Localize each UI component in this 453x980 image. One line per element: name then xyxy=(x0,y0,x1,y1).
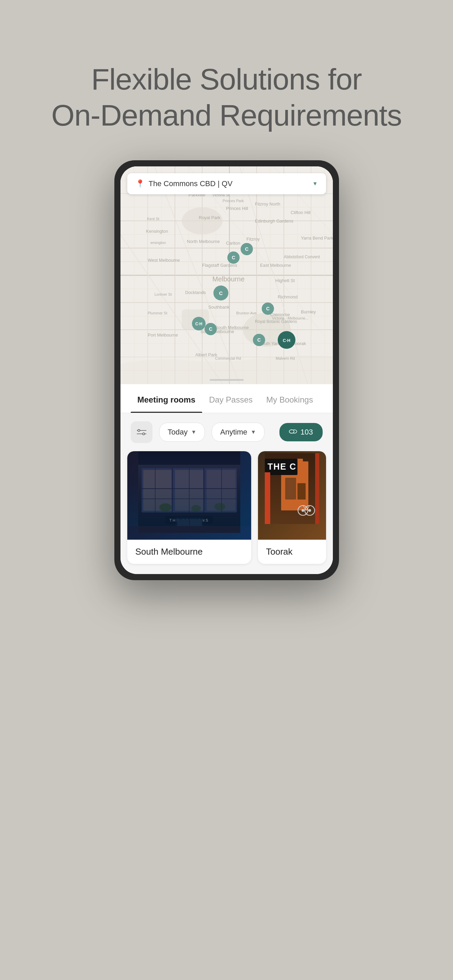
map-search-bar[interactable]: 📍 The Commons CBD | QV ▼ xyxy=(127,173,326,194)
svg-text:Malvern Rd: Malvern Rd xyxy=(276,356,295,360)
cards-section: THE COMMONS South Melbourne xyxy=(121,451,333,574)
svg-text:C: C xyxy=(209,326,212,332)
card-south-mel-image: THE COMMONS xyxy=(127,451,251,540)
time-filter-dropdown[interactable]: Anytime ▼ xyxy=(212,423,264,442)
svg-point-122 xyxy=(159,503,172,511)
svg-text:emington: emington xyxy=(151,240,166,245)
card-toorak[interactable]: THE C xyxy=(258,451,326,564)
svg-text:Docklands: Docklands xyxy=(185,290,206,295)
svg-text:C: C xyxy=(257,337,261,343)
headline-section: Flexible Solutions for On-Demand Require… xyxy=(51,0,402,133)
card-south-melbourne[interactable]: THE COMMONS South Melbourne xyxy=(127,451,251,564)
tab-meeting-rooms[interactable]: Meeting rooms xyxy=(131,384,202,413)
svg-text:C: C xyxy=(219,290,223,296)
svg-text:Princes Hill: Princes Hill xyxy=(226,206,248,211)
svg-point-141 xyxy=(308,509,311,512)
tabs-row: Meeting rooms Day Passes My Bookings xyxy=(131,384,323,413)
page-background: Flexible Solutions for On-Demand Require… xyxy=(0,0,453,980)
svg-text:Kensington: Kensington xyxy=(146,229,168,234)
svg-text:Commercial Rd: Commercial Rd xyxy=(215,356,241,360)
svg-rect-130 xyxy=(138,526,240,533)
svg-text:C·H: C·H xyxy=(195,321,202,326)
svg-text:South Melbourne: South Melbourne xyxy=(215,325,249,330)
date-dropdown-arrow: ▼ xyxy=(191,429,196,435)
credits-button[interactable]: 103 xyxy=(280,423,323,441)
svg-text:Clifton Hill: Clifton Hill xyxy=(291,210,311,215)
svg-text:C: C xyxy=(245,247,248,252)
filter-bar: Today ▼ Anytime ▼ 103 xyxy=(121,413,333,451)
time-dropdown-arrow: ▼ xyxy=(251,429,256,435)
svg-rect-137 xyxy=(297,483,306,500)
svg-rect-109 xyxy=(138,451,240,533)
search-dropdown-icon[interactable]: ▼ xyxy=(312,181,318,187)
location-pin-icon: 📍 xyxy=(135,179,145,188)
svg-text:Kent St: Kent St xyxy=(147,217,159,221)
svg-rect-98 xyxy=(210,379,244,381)
svg-point-100 xyxy=(143,433,145,435)
svg-point-37 xyxy=(182,207,223,234)
svg-text:Royal Park: Royal Park xyxy=(199,215,221,220)
date-filter-dropdown[interactable]: Today ▼ xyxy=(159,423,205,442)
svg-text:Port Melbourne: Port Melbourne xyxy=(148,332,178,337)
svg-text:Cremorne: Cremorne xyxy=(270,312,290,317)
svg-text:Carlton: Carlton xyxy=(226,240,240,246)
svg-point-123 xyxy=(191,505,201,512)
svg-text:Fitzroy North: Fitzroy North xyxy=(255,202,280,207)
svg-text:Burnley: Burnley xyxy=(301,309,316,314)
svg-text:C: C xyxy=(231,255,235,260)
svg-rect-125 xyxy=(165,516,213,524)
svg-text:Plummer St: Plummer St xyxy=(148,311,167,315)
search-location-text: The Commons CBD | QV xyxy=(149,179,308,188)
svg-rect-114 xyxy=(207,470,235,511)
svg-text:Princes Park: Princes Park xyxy=(223,199,244,203)
credits-count: 103 xyxy=(300,428,313,437)
svg-text:Abbotsford Convent: Abbotsford Convent xyxy=(284,255,320,259)
headline-line2: On-Demand Requirements xyxy=(51,98,402,132)
phone-frame: Brunswick East Northcote Parkville Fitzr… xyxy=(114,160,339,580)
phone-inner: Brunswick East Northcote Parkville Fitzr… xyxy=(121,166,333,574)
svg-text:Southbank: Southbank xyxy=(208,305,230,310)
svg-text:Melbourne: Melbourne xyxy=(212,275,245,283)
svg-text:Richmond: Richmond xyxy=(278,294,298,299)
tab-day-passes[interactable]: Day Passes xyxy=(202,384,259,413)
svg-text:North Melbourne: North Melbourne xyxy=(187,239,220,244)
svg-text:C: C xyxy=(266,306,269,311)
svg-text:Brunton Ave: Brunton Ave xyxy=(236,311,257,315)
card-toorak-title: Toorak xyxy=(258,540,326,564)
svg-rect-112 xyxy=(143,470,172,511)
card-toorak-image: THE C xyxy=(258,451,326,540)
map-container[interactable]: Brunswick East Northcote Parkville Fitzr… xyxy=(121,166,333,384)
svg-text:THE C: THE C xyxy=(267,462,296,471)
svg-point-107 xyxy=(289,430,294,433)
tab-my-bookings[interactable]: My Bookings xyxy=(259,384,319,413)
svg-text:Fitzroy: Fitzroy xyxy=(246,237,260,242)
svg-rect-145 xyxy=(315,453,319,524)
card-south-mel-title: South Melbourne xyxy=(127,540,251,564)
filter-icon-button[interactable] xyxy=(131,421,153,443)
svg-text:Lorimer St: Lorimer St xyxy=(154,292,172,296)
svg-point-124 xyxy=(215,503,225,511)
svg-text:Edinburgh Gardens: Edinburgh Gardens xyxy=(255,218,293,224)
headline-text: Flexible Solutions for On-Demand Require… xyxy=(51,61,402,133)
svg-text:West Melbourne: West Melbourne xyxy=(148,258,180,263)
svg-point-139 xyxy=(302,509,304,512)
credits-icon xyxy=(289,428,297,437)
svg-rect-136 xyxy=(285,478,296,500)
tabs-section: Meeting rooms Day Passes My Bookings xyxy=(121,384,333,413)
svg-rect-144 xyxy=(265,472,270,524)
svg-text:Highett St: Highett St xyxy=(275,278,295,283)
svg-text:THE COMMONS: THE COMMONS xyxy=(169,518,209,522)
svg-text:East Melbourne: East Melbourne xyxy=(260,263,291,268)
svg-text:Albert Park: Albert Park xyxy=(196,352,218,357)
svg-text:Yarra Bend Park: Yarra Bend Park xyxy=(301,235,333,240)
svg-point-99 xyxy=(138,430,140,431)
headline-line1: Flexible Solutions for xyxy=(91,62,362,96)
svg-text:C·H: C·H xyxy=(283,338,290,343)
